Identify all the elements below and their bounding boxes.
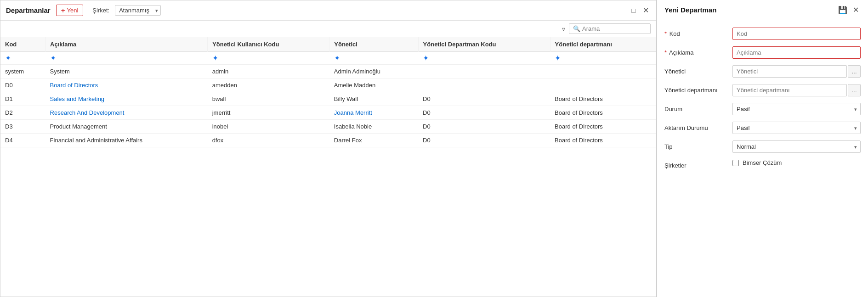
field-kod [732, 28, 861, 40]
filter-cell-6[interactable]: ✦ [550, 52, 656, 65]
field-yonetici: … [732, 65, 861, 78]
cell-kod: D0 [0, 78, 45, 92]
filter-icon-row: ✦ ✦ ✦ ✦ ✦ ✦ [0, 52, 656, 65]
form-row-yonetici: Yönetici … [664, 65, 861, 78]
form-row-aktarim: Aktarım Durumu Pasif Aktif [664, 122, 861, 134]
table-header-row: Kod Açıklama Yönetici Kullanıcı Kodu Yön… [0, 37, 656, 52]
bimser-checkbox[interactable] [732, 160, 739, 166]
cell-yonetici-kod: inobel [208, 120, 329, 134]
cell-kod: D2 [0, 106, 45, 120]
filter-cell-3[interactable]: ✦ [208, 52, 329, 65]
label-aktarim: Aktarım Durumu [664, 122, 729, 131]
yonetici-dep-input-group: … [732, 84, 861, 96]
label-kod: * Kod [664, 28, 729, 37]
kod-input[interactable] [732, 28, 861, 40]
right-header-icons: 💾 ✕ [837, 5, 861, 15]
main-panel: Departmanlar + Yeni Şirket: Atanmamış □ … [0, 0, 657, 297]
aktarim-select[interactable]: Pasif Aktif [732, 122, 861, 134]
form-row-sirketler: Şirketler Bimser Çözüm [664, 159, 861, 169]
cell-dep-kod: D0 [418, 134, 550, 147]
yonetici-input[interactable] [732, 65, 847, 78]
right-header: Yeni Departman 💾 ✕ [657, 0, 868, 20]
filter-cell-5[interactable]: ✦ [418, 52, 550, 65]
cell-dep-ad: Board of Directors [550, 134, 656, 147]
close-main-button[interactable]: ✕ [641, 5, 651, 16]
company-select-wrapper: Atanmamış [115, 5, 161, 16]
cell-yonetici: Billy Wall [329, 92, 418, 106]
label-yonetici: Yönetici [664, 65, 729, 75]
form-row-aciklama: * Açıklama [664, 46, 861, 59]
toolbar: ▿ 🔍 [0, 21, 656, 37]
col-header-dep-ad: Yönetici departmanı [550, 37, 656, 52]
table-container: Kod Açıklama Yönetici Kullanıcı Kodu Yön… [0, 37, 656, 297]
cell-aciklama: Product Management [45, 120, 208, 134]
cell-yonetici-link[interactable]: Joanna Merritt [329, 106, 418, 120]
search-box: 🔍 [569, 23, 651, 34]
cell-kod: D3 [0, 120, 45, 134]
field-durum: Pasif Aktif [732, 103, 861, 115]
right-panel: Yeni Departman 💾 ✕ * Kod * Açıklama [657, 0, 868, 297]
cell-yonetici: Isabella Noble [329, 120, 418, 134]
yonetici-ellipsis-button[interactable]: … [848, 65, 861, 78]
cell-yonetici-kod: admin [208, 65, 329, 78]
cell-kod: system [0, 65, 45, 78]
cell-aciklama: System [45, 65, 208, 78]
durum-dropdown-wrapper: Pasif Aktif [732, 103, 861, 115]
cell-dep-ad [550, 78, 656, 92]
main-header: Departmanlar + Yeni Şirket: Atanmamış □ … [0, 0, 656, 21]
col-header-dep-kod: Yönetici Departman Kodu [418, 37, 550, 52]
cell-dep-kod: D0 [418, 92, 550, 106]
cell-aciklama-link[interactable]: Board of Directors [45, 78, 208, 92]
yonetici-dep-input[interactable] [732, 84, 847, 96]
search-input[interactable] [582, 25, 647, 32]
save-button[interactable]: 💾 [837, 5, 848, 15]
col-header-yonetici: Yönetici [329, 37, 418, 52]
right-content: * Kod * Açıklama Yönetici [657, 20, 868, 297]
close-right-button[interactable]: ✕ [851, 5, 861, 15]
cell-dep-kod: D0 [418, 120, 550, 134]
sirket-checkbox-row: Bimser Çözüm [732, 159, 861, 166]
field-sirketler: Bimser Çözüm [732, 159, 861, 166]
tip-select[interactable]: Normal Özel [732, 140, 861, 153]
aktarim-dropdown-wrapper: Pasif Aktif [732, 122, 861, 134]
filter-cell-2[interactable]: ✦ [45, 52, 208, 65]
cell-dep-kod: D0 [418, 106, 550, 120]
label-tip: Tip [664, 140, 729, 150]
right-panel-title: Yeni Departman [664, 6, 834, 14]
filter-icon[interactable]: ▿ [562, 25, 565, 33]
aciklama-input[interactable] [732, 46, 861, 59]
yonetici-dep-ellipsis-button[interactable]: … [848, 84, 861, 96]
field-aciklama [732, 46, 861, 59]
cell-kod: D4 [0, 134, 45, 147]
cell-aciklama: Financial and Administrative Affairs [45, 134, 208, 147]
cell-yonetici-kod: jmerritt [208, 106, 329, 120]
form-row-yonetici-dep: Yönetici departmanı … [664, 84, 861, 96]
cell-kod: D1 [0, 92, 45, 106]
col-header-aciklama: Açıklama [45, 37, 208, 52]
company-select[interactable]: Atanmamış [115, 5, 161, 16]
yonetici-input-group: … [732, 65, 861, 78]
cell-yonetici: Amelie Madden [329, 78, 418, 92]
new-button[interactable]: + Yeni [56, 5, 84, 16]
cell-dep-ad [550, 65, 656, 78]
filter-cell-1[interactable]: ✦ [0, 52, 45, 65]
form-row-tip: Tip Normal Özel [664, 140, 861, 153]
tip-dropdown-wrapper: Normal Özel [732, 140, 861, 153]
form-row-kod: * Kod [664, 28, 861, 40]
filter-cell-4[interactable]: ✦ [329, 52, 418, 65]
field-aktarim: Pasif Aktif [732, 122, 861, 134]
label-yonetici-dep: Yönetici departmanı [664, 84, 729, 94]
cell-aciklama-link[interactable]: Research And Development [45, 106, 208, 120]
table-row: D1 Sales and Marketing bwall Billy Wall … [0, 92, 656, 106]
maximize-button[interactable]: □ [630, 6, 637, 15]
plus-icon: + [61, 6, 65, 14]
cell-yonetici-kod: dfox [208, 134, 329, 147]
durum-select[interactable]: Pasif Aktif [732, 103, 861, 115]
bimser-label: Bimser Çözüm [743, 159, 782, 166]
cell-dep-kod [418, 78, 550, 92]
cell-aciklama-link[interactable]: Sales and Marketing [45, 92, 208, 106]
form-row-durum: Durum Pasif Aktif [664, 103, 861, 115]
table-row: D0 Board of Directors amedden Amelie Mad… [0, 78, 656, 92]
label-durum: Durum [664, 103, 729, 112]
field-tip: Normal Özel [732, 140, 861, 153]
